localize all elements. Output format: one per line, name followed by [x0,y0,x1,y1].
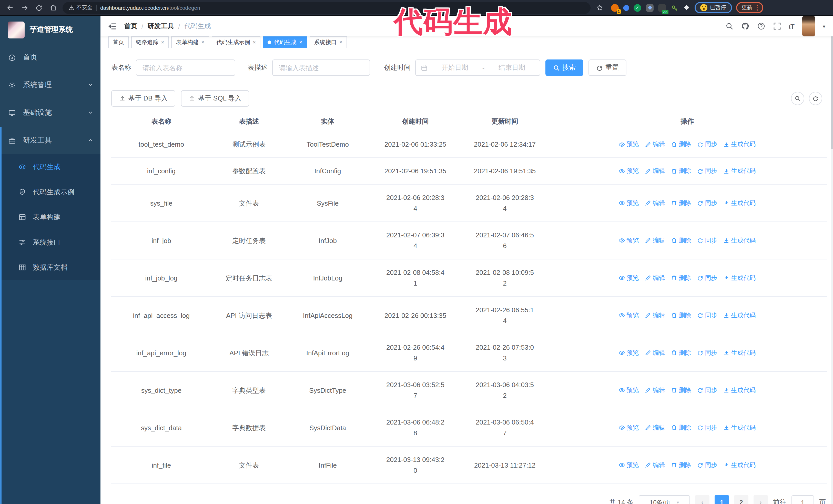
tab-home[interactable]: 首页 [108,37,129,48]
generate-code-link[interactable]: 生成代码 [723,139,756,150]
generate-code-link[interactable]: 生成代码 [723,385,756,395]
generate-code-link[interactable]: 生成代码 [723,460,756,471]
toggle-search-button[interactable] [791,92,804,105]
extension-icon-green-check[interactable]: ✓ [634,4,641,11]
extension-icon-gem[interactable] [622,4,630,11]
table-row[interactable]: tool_test_demo 测试示例表 ToolTestDemo 2021-0… [111,131,827,158]
table-name-input[interactable] [136,59,235,76]
sync-link[interactable]: 同步 [697,272,717,283]
bookmark-star-icon[interactable] [595,3,605,13]
forward-icon[interactable] [20,3,30,13]
tab-form-builder[interactable]: 表单构建× [171,37,209,48]
generate-code-link[interactable]: 生成代码 [723,422,756,433]
start-date-placeholder[interactable]: 开始日期 [432,63,478,72]
generate-code-link[interactable]: 生成代码 [723,198,756,209]
user-avatar[interactable] [802,16,815,37]
delete-link[interactable]: 删除 [671,139,691,150]
next-page-button[interactable]: › [754,495,768,504]
sync-link[interactable]: 同步 [697,198,717,209]
sidebar-item-form-builder[interactable]: 表单构建 [2,205,100,230]
refresh-table-button[interactable] [809,92,822,105]
edit-link[interactable]: 编辑 [645,235,665,246]
delete-link[interactable]: 删除 [671,166,691,176]
avatar-caret-icon[interactable]: ▾ [823,23,825,29]
search-button[interactable]: 搜索 [545,59,584,76]
edit-link[interactable]: 编辑 [645,310,665,321]
preview-link[interactable]: 预览 [619,385,639,395]
sidebar-item-home[interactable]: 首页 [0,44,100,71]
help-icon[interactable] [757,22,765,30]
profile-chip-paused[interactable]: 已暂停 [695,2,732,13]
preview-link[interactable]: 预览 [619,235,639,246]
table-row[interactable]: inf_file 文件表 InfFile 2021-03-13 09:43:2 … [111,446,827,484]
edit-link[interactable]: 编辑 [645,166,665,176]
table-desc-input[interactable] [272,59,370,76]
sql-import-button[interactable]: 基于 SQL 导入 [181,90,249,106]
fullscreen-icon[interactable] [773,22,781,30]
page-size-select[interactable]: 10条/页▾ [639,495,690,504]
db-import-button[interactable]: 基于 DB 导入 [111,90,175,106]
generate-code-link[interactable]: 生成代码 [723,347,756,358]
sync-link[interactable]: 同步 [697,139,717,150]
breadcrumb-home[interactable]: 首页 [124,22,137,31]
preview-link[interactable]: 预览 [619,310,639,321]
url-text[interactable]: dashboard.yudao.iocoder.cn/tool/codegen [100,5,200,11]
preview-link[interactable]: 预览 [619,422,639,433]
sync-link[interactable]: 同步 [697,460,717,471]
sidebar-item-api[interactable]: 系统接口 [2,230,100,255]
reset-button[interactable]: 重置 [589,59,626,76]
reload-icon[interactable] [34,3,44,13]
sidebar-item-infra[interactable]: 基础设施 [0,99,100,127]
generate-code-link[interactable]: 生成代码 [723,272,756,283]
home-icon[interactable] [48,3,58,13]
preview-link[interactable]: 预览 [619,198,639,209]
table-row[interactable]: sys_dict_data 字典数据表 SysDictData 2021-03-… [111,409,827,446]
table-row[interactable]: inf_job 定时任务表 InfJob 2021-02-07 06:39:3 … [111,222,827,259]
sync-link[interactable]: 同步 [697,235,717,246]
goto-page-input[interactable] [791,495,814,504]
extension-icon-orange[interactable]: 1 [611,4,619,11]
delete-link[interactable]: 删除 [671,347,691,358]
edit-link[interactable]: 编辑 [645,198,665,209]
preview-link[interactable]: 预览 [619,166,639,176]
generate-code-link[interactable]: 生成代码 [723,310,756,321]
sidebar-fold-icon[interactable] [108,22,117,30]
close-icon[interactable]: × [299,40,303,45]
date-range-picker[interactable]: 开始日期 - 结束日期 [415,59,540,76]
close-icon[interactable]: × [253,40,256,45]
sync-link[interactable]: 同步 [697,347,717,358]
preview-link[interactable]: 预览 [619,272,639,283]
generate-code-link[interactable]: 生成代码 [723,166,756,176]
sidebar-item-system[interactable]: 系统管理 [0,71,100,99]
sync-link[interactable]: 同步 [697,422,717,433]
preview-link[interactable]: 预览 [619,460,639,471]
table-row[interactable]: sys_file 文件表 SysFile 2021-02-06 20:28:3 … [111,184,827,222]
close-icon[interactable]: × [339,40,343,45]
generate-code-link[interactable]: 生成代码 [723,235,756,246]
sync-link[interactable]: 同步 [697,385,717,395]
tab-codegen-demo[interactable]: 代码生成示例× [212,37,261,48]
delete-link[interactable]: 删除 [671,272,691,283]
close-icon[interactable]: × [161,40,164,45]
breadcrumb-devtools[interactable]: 研发工具 [147,22,174,31]
sidebar-item-devtools[interactable]: 研发工具 [0,127,100,154]
edit-link[interactable]: 编辑 [645,422,665,433]
table-row[interactable]: sys_dict_type 字典类型表 SysDictType 2021-03-… [111,371,827,409]
delete-link[interactable]: 删除 [671,310,691,321]
delete-link[interactable]: 删除 [671,422,691,433]
table-row[interactable]: inf_api_access_log API 访问日志表 InfApiAcces… [111,296,827,334]
browser-menu-icon[interactable] [756,5,758,11]
logo-row[interactable]: 芋道管理系统 [0,16,100,44]
page-button-2[interactable]: 2 [734,495,748,504]
delete-link[interactable]: 删除 [671,198,691,209]
edit-link[interactable]: 编辑 [645,460,665,471]
puzzle-extensions-icon[interactable] [683,4,690,11]
sync-link[interactable]: 同步 [697,310,717,321]
search-icon[interactable] [725,22,733,30]
delete-link[interactable]: 删除 [671,460,691,471]
page-button-1[interactable]: 1 [715,495,729,504]
update-button[interactable]: 更新 [736,2,763,13]
not-secure-warning[interactable]: 不安全 [69,4,93,11]
extension-icon-gray[interactable] [646,4,653,11]
prev-page-button[interactable]: ‹ [695,495,710,504]
